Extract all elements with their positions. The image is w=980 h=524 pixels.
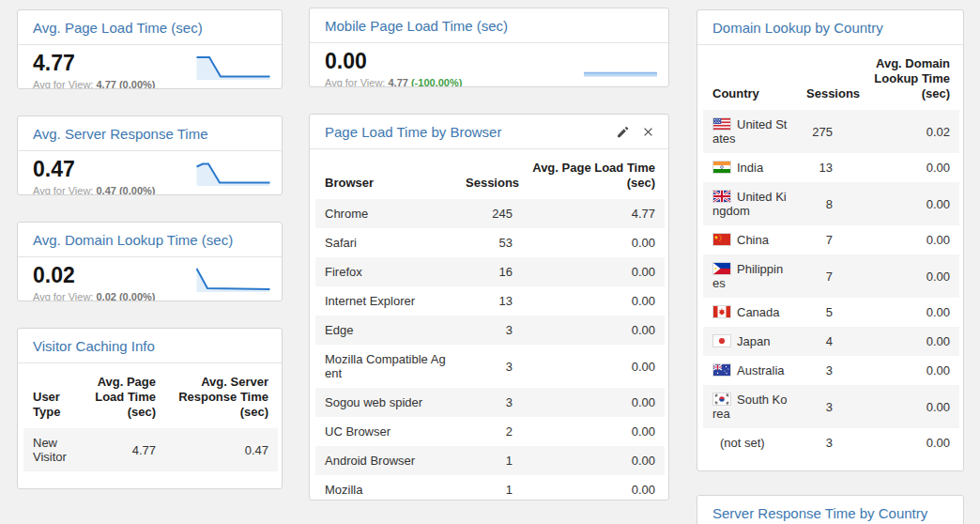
sparkline-chart <box>584 70 657 78</box>
table-row: UC Browser20.00 <box>315 417 665 446</box>
visitor-caching-table: User Type Avg. Page Load Time (sec) Avg.… <box>23 365 278 471</box>
country-cell: Australia <box>703 356 797 385</box>
sessions-cell: 7 <box>797 225 842 254</box>
avg-domain-lookup-time-cell: 0.00 <box>842 153 959 182</box>
browser-name-cell: Safari <box>315 228 456 257</box>
sessions-cell: 1 <box>456 475 522 501</box>
card-mobile-page-load-time: Mobile Page Load Time (sec) 0.00 Avg for… <box>309 8 669 87</box>
avg-domain-lookup-time-cell: 0.00 <box>842 254 959 298</box>
table-row: Internet Explorer130.00 <box>315 286 665 316</box>
avg-domain-lookup-time-cell: 0.00 <box>842 327 959 356</box>
table-header-row: Country Sessions Avg. Domain Lookup Time… <box>703 47 959 110</box>
sessions-cell: 275 <box>797 110 842 153</box>
browser-name-cell: Mozilla Compatible Agent <box>315 345 456 388</box>
card-title-visitor-caching-info[interactable]: Visitor Caching Info <box>18 329 282 363</box>
table-row: Mozilla10.00 <box>315 475 665 501</box>
card-title-avg-page-load-time[interactable]: Avg. Page Load Time (sec) <box>18 10 282 45</box>
avg-page-load-time-cell: 4.77 <box>522 199 665 228</box>
country-cell: United States <box>703 110 797 153</box>
table-row: Chrome2454.77 <box>315 199 665 228</box>
card-title-mobile-page-load-time[interactable]: Mobile Page Load Time (sec) <box>310 8 668 43</box>
avg-domain-lookup-time-cell: 0.00 <box>842 298 959 327</box>
table-row: Safari530.00 <box>315 228 665 257</box>
table-row: Australia30.00 <box>703 356 959 385</box>
col-header-avg-server-response-time: Avg. Server Response Time (sec) <box>165 365 278 428</box>
avg-page-load-time-cell: 0.00 <box>522 316 665 345</box>
caption-value: 0.02 <box>96 291 115 301</box>
analytics-dashboard: Avg. Page Load Time (sec) 4.77 Avg for V… <box>0 0 980 524</box>
avg-server-response-time-cell: 0.47 <box>165 428 278 471</box>
avg-page-load-time-cell: 0.00 <box>522 286 665 316</box>
browser-table: Browser Sessions Avg. Page Load Time (se… <box>315 151 665 501</box>
col-header-user-type: User Type <box>23 365 76 428</box>
browser-name-cell: Sogou web spider <box>315 388 456 417</box>
col-header-sessions: Sessions <box>797 47 842 110</box>
au-flag-icon <box>712 363 731 377</box>
card-avg-page-load-time: Avg. Page Load Time (sec) 4.77 Avg for V… <box>17 9 283 89</box>
card-actions <box>616 125 668 139</box>
col-header-browser: Browser <box>315 151 456 199</box>
browser-table-body: Chrome2454.77Safari530.00Firefox160.00In… <box>315 199 665 501</box>
country-cell: India <box>703 153 797 182</box>
card-page-load-time-by-browser: Page Load Time by Browser Browser Sessio… <box>309 114 669 501</box>
kr-flag-icon <box>712 393 731 406</box>
table-row: New Visitor4.770.47 <box>23 428 278 471</box>
domain-lookup-table-body: United States2750.02India130.00United Ki… <box>703 110 959 457</box>
avg-page-load-time-cell: 0.00 <box>522 257 665 286</box>
in-flag-icon <box>712 161 731 174</box>
avg-page-load-time-cell: 0.00 <box>522 417 665 446</box>
avg-page-load-time-cell: 0.00 <box>522 475 665 501</box>
card-title-avg-domain-lookup-time[interactable]: Avg. Domain Lookup Time (sec) <box>18 223 282 257</box>
avg-page-load-time-cell: 0.00 <box>522 388 665 417</box>
avg-page-load-time-cell: 0.00 <box>522 345 665 388</box>
card-title-avg-server-response-time[interactable]: Avg. Server Response Time <box>18 116 282 151</box>
country-cell: United Kingdom <box>703 182 797 225</box>
ph-flag-icon <box>712 262 731 275</box>
avg-domain-lookup-time-cell: 0.02 <box>842 110 959 153</box>
table-row: Edge30.00 <box>315 316 665 345</box>
pencil-icon[interactable] <box>616 125 630 139</box>
browser-name-cell: Mozilla <box>315 475 456 501</box>
table-row: United States2750.02 <box>703 110 959 153</box>
sessions-cell: 8 <box>797 182 842 225</box>
country-cell: South Korea <box>703 385 797 428</box>
caption-value: 0.47 <box>96 185 115 195</box>
sessions-cell: 2 <box>456 417 522 446</box>
card-title-page-load-time-by-browser[interactable]: Page Load Time by Browser <box>310 115 616 148</box>
table-row: Firefox160.00 <box>315 257 665 286</box>
card-avg-server-response-time: Avg. Server Response Time 0.47 Avg for V… <box>17 116 283 195</box>
visitor-caching-table-body: New Visitor4.770.47 <box>23 428 278 471</box>
browser-name-cell: Android Browser <box>315 446 456 475</box>
table-row: South Korea30.00 <box>703 385 959 428</box>
sessions-cell: 3 <box>797 428 842 457</box>
card-title-domain-lookup-by-country[interactable]: Domain Lookup by Country <box>697 10 963 45</box>
sparkline-chart <box>196 54 270 80</box>
sparkline-chart <box>196 160 270 186</box>
table-row: Mozilla Compatible Agent30.00 <box>315 345 665 388</box>
browser-name-cell: Edge <box>315 316 456 345</box>
table-row: Android Browser10.00 <box>315 446 665 475</box>
country-cell: Japan <box>703 327 797 356</box>
close-icon[interactable] <box>641 125 655 139</box>
card-header: Page Load Time by Browser <box>310 115 668 149</box>
domain-lookup-table: Country Sessions Avg. Domain Lookup Time… <box>703 47 959 457</box>
card-title-server-response-time-by-country[interactable]: Server Response Time by Country <box>697 496 963 524</box>
browser-name-cell: Firefox <box>315 257 456 286</box>
user-type-cell: New Visitor <box>23 428 76 471</box>
caption-delta: (0.00%) <box>119 79 156 89</box>
country-cell: (not set) <box>703 428 797 457</box>
caption-value: 4.77 <box>388 77 407 87</box>
sessions-cell: 3 <box>797 385 842 428</box>
caption-delta: (-100.00%) <box>411 77 462 87</box>
sessions-cell: 1 <box>456 446 522 475</box>
browser-name-cell: UC Browser <box>315 417 456 446</box>
table-row: China70.00 <box>703 225 959 254</box>
table-row: Canada50.00 <box>703 298 959 327</box>
table-row: Japan40.00 <box>703 327 959 356</box>
avg-domain-lookup-time-cell: 0.00 <box>842 385 959 428</box>
avg-domain-lookup-time-cell: 0.00 <box>842 428 959 457</box>
caption-label: Avg for View: <box>33 79 93 89</box>
sessions-cell: 7 <box>797 254 842 298</box>
caption-value: 4.77 <box>96 79 115 89</box>
table-row: (not set)30.00 <box>703 428 959 457</box>
